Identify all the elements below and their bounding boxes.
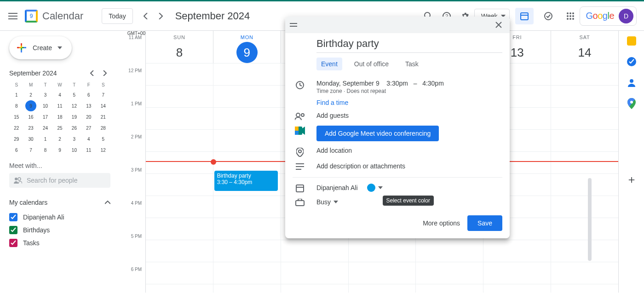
time-cell[interactable] bbox=[551, 108, 618, 129]
search-people-input[interactable]: Search for people bbox=[9, 173, 110, 188]
mini-day[interactable]: 5 bbox=[67, 89, 81, 100]
mini-day[interactable]: 6 bbox=[81, 89, 96, 100]
time-cell[interactable] bbox=[349, 284, 416, 293]
mini-day[interactable]: 4 bbox=[52, 89, 67, 100]
time-cell[interactable] bbox=[281, 262, 349, 284]
mini-day[interactable]: 20 bbox=[81, 111, 96, 122]
mini-day[interactable]: 7 bbox=[23, 144, 38, 156]
day-header[interactable]: SUN8 bbox=[146, 31, 213, 63]
more-options-button[interactable]: More options bbox=[423, 219, 460, 227]
time-cell[interactable] bbox=[416, 262, 483, 284]
time-cell[interactable] bbox=[349, 262, 416, 284]
apps-icon[interactable] bbox=[561, 7, 580, 25]
event-chip[interactable]: Birthday party 3:30 – 4:30pm bbox=[214, 171, 278, 191]
mini-day[interactable]: 15 bbox=[9, 111, 23, 122]
calendar-list-item[interactable]: Tasks bbox=[9, 236, 110, 249]
time-cell[interactable] bbox=[551, 196, 618, 218]
mini-day[interactable]: 5 bbox=[96, 133, 110, 144]
add-on-plus-icon[interactable]: ＋ bbox=[626, 172, 637, 187]
mini-day[interactable]: 27 bbox=[81, 122, 96, 133]
mini-day[interactable]: 11 bbox=[81, 144, 96, 156]
mini-day[interactable]: 22 bbox=[9, 122, 23, 133]
prev-period-button[interactable] bbox=[138, 9, 153, 23]
calendar-list-item[interactable]: Birthdays bbox=[9, 224, 110, 236]
next-period-button[interactable] bbox=[153, 9, 168, 23]
event-title-input[interactable]: Birthday party bbox=[316, 35, 502, 53]
mini-calendar[interactable]: SMTWTFS 12345678910111213141516171819202… bbox=[9, 81, 110, 156]
add-guests-field[interactable]: Add guests bbox=[316, 112, 502, 119]
tab-out-of-office[interactable]: Out of office bbox=[350, 58, 393, 70]
mini-day[interactable]: 12 bbox=[96, 144, 110, 156]
scrollbar[interactable] bbox=[588, 178, 592, 261]
avatar[interactable]: D bbox=[619, 9, 633, 23]
current-range-title[interactable]: September 2024 bbox=[175, 10, 250, 22]
find-a-time-link[interactable]: Find a time bbox=[316, 99, 502, 106]
mini-day[interactable]: 4 bbox=[81, 133, 96, 144]
mini-day[interactable]: 6 bbox=[9, 144, 23, 156]
keep-icon[interactable] bbox=[627, 36, 636, 46]
event-color-picker[interactable]: Select event color bbox=[367, 184, 383, 192]
time-cell[interactable] bbox=[551, 63, 618, 85]
time-cell[interactable] bbox=[146, 196, 213, 218]
mini-day[interactable]: 1 bbox=[38, 133, 52, 144]
chevron-up-icon[interactable] bbox=[105, 201, 110, 204]
event-date[interactable]: Monday, September 9 bbox=[316, 80, 380, 87]
time-cell[interactable] bbox=[416, 284, 483, 293]
event-repeat-sub[interactable]: Time zone · Does not repeat bbox=[316, 88, 502, 94]
time-cell[interactable] bbox=[213, 284, 281, 293]
my-calendars-label[interactable]: My calendars bbox=[9, 199, 47, 206]
time-cell[interactable] bbox=[483, 284, 551, 293]
mini-day[interactable]: 29 bbox=[9, 133, 23, 144]
mini-next-button[interactable] bbox=[99, 68, 110, 79]
account-chip[interactable]: Google D bbox=[580, 6, 637, 26]
mini-day[interactable]: 2 bbox=[52, 133, 67, 144]
calendar-list-item[interactable]: Dipanjenah Ali bbox=[9, 211, 110, 224]
mini-day[interactable]: 23 bbox=[23, 122, 38, 133]
time-cell[interactable] bbox=[551, 130, 618, 151]
mini-prev-button[interactable] bbox=[86, 68, 98, 79]
mini-day[interactable]: 8 bbox=[38, 144, 52, 156]
time-cell[interactable] bbox=[281, 284, 349, 293]
mini-day[interactable]: 19 bbox=[67, 111, 81, 122]
time-cell[interactable] bbox=[213, 86, 281, 107]
checkbox-icon[interactable] bbox=[9, 226, 17, 234]
time-cell[interactable] bbox=[146, 108, 213, 129]
mini-day[interactable]: 13 bbox=[81, 100, 96, 111]
time-cell[interactable] bbox=[213, 218, 281, 240]
mini-day[interactable]: 12 bbox=[67, 100, 81, 111]
time-cell[interactable] bbox=[213, 108, 281, 129]
mini-day[interactable]: 21 bbox=[96, 111, 110, 122]
close-icon[interactable] bbox=[492, 18, 505, 31]
time-cell[interactable] bbox=[281, 240, 349, 262]
mini-day[interactable]: 30 bbox=[23, 133, 38, 144]
tasks-mode-icon[interactable] bbox=[539, 7, 558, 25]
mini-day[interactable]: 7 bbox=[96, 89, 110, 100]
mini-day[interactable]: 11 bbox=[52, 100, 67, 111]
calendar-mode-toggle[interactable] bbox=[515, 8, 534, 24]
tab-task[interactable]: Task bbox=[401, 58, 423, 70]
time-cell[interactable] bbox=[146, 284, 213, 293]
time-cell[interactable] bbox=[146, 63, 213, 85]
time-cell[interactable] bbox=[213, 262, 281, 284]
calendar-owner-name[interactable]: Dipanjenah Ali bbox=[316, 184, 358, 191]
time-cell[interactable] bbox=[483, 262, 551, 284]
mini-cal-title[interactable]: September 2024 bbox=[9, 69, 57, 77]
time-cell[interactable] bbox=[551, 262, 618, 284]
time-cell[interactable] bbox=[213, 196, 281, 218]
time-cell[interactable] bbox=[416, 240, 483, 262]
time-cell[interactable] bbox=[551, 152, 618, 173]
mini-day[interactable]: 17 bbox=[38, 111, 52, 122]
mini-day[interactable]: 26 bbox=[67, 122, 81, 133]
time-cell[interactable] bbox=[551, 174, 618, 196]
mini-day[interactable]: 3 bbox=[38, 89, 52, 100]
mini-day[interactable]: 25 bbox=[52, 122, 67, 133]
main-menu-icon[interactable] bbox=[4, 7, 22, 25]
contacts-rail-icon[interactable] bbox=[627, 78, 636, 87]
mini-day[interactable]: 9 bbox=[52, 144, 67, 156]
mini-day[interactable]: 9 bbox=[23, 100, 38, 111]
time-cell[interactable] bbox=[483, 240, 551, 262]
event-end[interactable]: 4:30pm bbox=[422, 80, 444, 87]
time-cell[interactable] bbox=[146, 174, 213, 196]
time-cell[interactable] bbox=[213, 63, 281, 85]
day-header[interactable]: MON9 bbox=[213, 31, 281, 63]
